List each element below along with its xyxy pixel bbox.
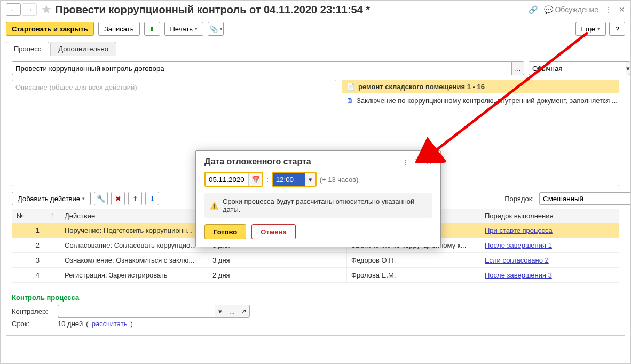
time-dropdown-icon[interactable]: ▾ xyxy=(305,173,316,186)
attachment-item[interactable]: 🗎 Заключение по коррупционному контролю,… xyxy=(342,93,619,108)
col-num: № xyxy=(12,209,44,223)
table-row[interactable]: 4Регистрация: Зарегистрировать2 дняФроло… xyxy=(12,268,619,283)
close-icon[interactable]: ✕ xyxy=(619,5,625,14)
more-button[interactable]: Еще ▾ xyxy=(575,22,606,36)
controller-lookup-button[interactable]: ... xyxy=(226,305,238,318)
page-title: Провести коррупционный контроль от 04.11… xyxy=(55,4,370,16)
subject-input[interactable] xyxy=(12,61,511,75)
term-calc-link[interactable]: рассчитать xyxy=(92,320,128,328)
add-action-button[interactable]: Добавить действие ▾ xyxy=(12,192,91,205)
dialog-close-icon[interactable]: ✕ xyxy=(426,158,432,166)
attachment-header[interactable]: 📄 ремонт складского помещения 1 - 16 xyxy=(342,80,619,93)
order-link[interactable]: После завершения 1 xyxy=(485,241,552,249)
tab-extra[interactable]: Дополнительно xyxy=(50,42,116,56)
favorite-star-icon[interactable]: ★ xyxy=(41,3,52,17)
attach-button[interactable]: 📎▾ xyxy=(208,22,224,36)
controller-input[interactable] xyxy=(58,305,215,318)
help-button[interactable]: ? xyxy=(609,22,625,36)
nav-back-button[interactable]: ← xyxy=(6,3,21,16)
dialog-more-icon[interactable]: ⋮ xyxy=(402,158,409,166)
term-value: 10 дней xyxy=(58,320,83,328)
deferred-start-dialog: Дата отложенного старта ⋮ ☐ ✕ 📅 : ▾ (+ 1… xyxy=(195,150,441,247)
send-button[interactable]: ⬆ xyxy=(144,22,160,36)
warning-icon: ⚠️ xyxy=(210,202,218,210)
document-icon: 🗎 xyxy=(346,97,353,105)
col-action: Действие xyxy=(60,209,208,223)
priority-select[interactable] xyxy=(529,61,626,75)
dialog-time-input[interactable] xyxy=(273,173,305,186)
controller-label: Контролер: xyxy=(12,307,54,315)
order-label: Порядок: xyxy=(504,195,534,203)
dialog-warning: ⚠️ Сроки процесса будут рассчитаны относ… xyxy=(204,193,432,218)
move-down-icon[interactable]: ⬇ xyxy=(145,192,159,205)
controller-open-button[interactable]: ↗ xyxy=(238,305,250,318)
dialog-title: Дата отложенного старта xyxy=(204,157,311,167)
move-up-icon[interactable]: ⬆ xyxy=(128,192,142,205)
start-close-button[interactable]: Стартовать и закрыть xyxy=(6,22,94,36)
priority-dropdown-icon[interactable]: ▾ xyxy=(626,61,630,75)
print-button[interactable]: Печать▾ xyxy=(164,22,204,36)
col-excl: ! xyxy=(44,209,60,223)
dialog-maximize-icon[interactable]: ☐ xyxy=(414,158,421,166)
save-button[interactable]: Записать xyxy=(98,22,140,36)
nav-forward-button: → xyxy=(22,3,37,16)
dialog-ok-button[interactable]: Готово xyxy=(204,224,246,239)
term-label: Срок: xyxy=(12,320,54,328)
order-link[interactable]: Если согласовано 2 xyxy=(485,256,549,264)
folder-icon: 📄 xyxy=(346,83,355,91)
calendar-icon[interactable]: 📅 xyxy=(248,173,262,186)
order-link[interactable]: После завершения 3 xyxy=(485,271,552,279)
dialog-cancel-button[interactable]: Отмена xyxy=(251,224,295,239)
dialog-date-input[interactable] xyxy=(206,173,248,186)
tab-process[interactable]: Процесс xyxy=(6,42,49,56)
subject-lookup-button[interactable]: ... xyxy=(511,61,524,75)
order-link[interactable]: При старте процесса xyxy=(485,226,553,234)
discuss-link[interactable]: 💬 Обсуждение xyxy=(544,5,598,14)
order-select[interactable] xyxy=(539,192,631,205)
header-more-icon[interactable]: ⋮ xyxy=(605,5,612,14)
delete-icon[interactable]: ✖ xyxy=(111,192,125,205)
table-row[interactable]: 3Ознакомление: Ознакомиться с заклю...3 … xyxy=(12,253,619,268)
col-order: Порядок выполнения xyxy=(480,209,619,223)
control-section-title: Контроль процесса xyxy=(12,294,619,302)
link-icon[interactable]: 🔗 xyxy=(529,5,538,14)
dialog-hint: (+ 13 часов) xyxy=(320,176,359,184)
controller-dropdown-icon[interactable]: ▾ xyxy=(215,305,226,318)
settings-icon[interactable]: 🔧 xyxy=(94,192,108,205)
